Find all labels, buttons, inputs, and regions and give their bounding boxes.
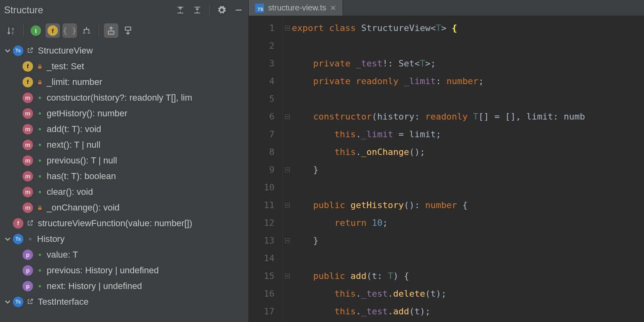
code-area[interactable]: export class StructureView<T> { private … [292,16,644,322]
svg-rect-3 [125,27,131,30]
tree-item-label: clear(): void [47,187,93,197]
tree-item[interactable]: TsTestInterface [0,294,248,310]
tree-item[interactable]: f_limit: number [0,74,248,90]
svg-rect-2 [108,31,114,34]
code-editor[interactable]: 1234567891011121314151617 export class S… [249,16,644,322]
tree-item[interactable]: f_test: Set [0,58,248,74]
fold-marker[interactable] [283,37,292,55]
svg-text:z: z [12,31,14,35]
line-number: 17 [249,303,275,320]
fold-marker[interactable] [283,303,292,320]
link-out-icon [27,219,35,227]
fold-marker[interactable] [283,72,292,90]
m-kind-icon: m [23,187,33,197]
tree-item[interactable]: mclear(): void [0,184,248,200]
fold-marker[interactable] [283,108,292,126]
svg-rect-4 [38,66,41,68]
code-line: this._test.delete(t); [292,285,644,303]
chevron-down-icon[interactable] [3,235,12,244]
code-line [292,90,644,108]
fold-marker[interactable] [283,250,292,267]
autoscroll-source-button[interactable] [104,23,118,38]
svg-point-6 [39,97,41,99]
chevron-down-icon[interactable] [3,46,12,55]
f-kind-icon: f [23,61,33,72]
svg-rect-5 [38,82,41,84]
lock-icon [36,78,43,86]
tree-item[interactable]: mgetHistory(): number [0,105,248,121]
fold-marker[interactable] [283,232,292,250]
show-lambdas-button[interactable]: { } [62,23,77,38]
public-icon [36,267,43,274]
public-icon [36,141,43,149]
line-number: 8 [249,143,275,161]
tree-item[interactable]: pvalue: T [0,247,248,262]
fold-marker[interactable] [283,55,292,72]
line-number: 11 [249,196,275,214]
package-icon [27,235,34,243]
fold-marker[interactable] [283,179,292,196]
separator [23,24,24,37]
lock-icon [36,204,43,211]
fold-marker[interactable] [283,126,292,143]
expand-all-icon[interactable] [175,4,186,16]
svg-point-8 [39,128,41,130]
show-inherited-button[interactable] [79,23,94,38]
tree-item[interactable]: mnext(): T | null [0,137,248,153]
tree-item[interactable]: pprevious: History | undefined [0,262,248,278]
show-interfaces-button[interactable]: I [29,23,43,38]
p-kind-icon: p [23,281,33,291]
fold-marker[interactable] [283,267,292,285]
svg-point-7 [39,112,41,115]
tree-item[interactable]: m_onChange(): void [0,200,248,215]
tree-item-label: getHistory(): number [47,108,128,119]
structure-toolbar: az I f { } [0,20,248,41]
fold-marker[interactable] [283,143,292,161]
line-number: 9 [249,161,275,179]
fold-marker[interactable] [283,161,292,179]
panel-header: Structure [0,0,248,20]
line-number: 16 [249,285,275,303]
tree-item[interactable]: mhas(t: T): boolean [0,168,248,184]
tree-item[interactable]: pnext: History | undefined [0,278,248,294]
tree-item[interactable]: TsStructureView [0,43,248,58]
close-icon[interactable]: ✕ [330,4,336,12]
svg-point-14 [29,238,31,240]
minimize-icon[interactable] [233,4,244,16]
gear-icon[interactable] [216,4,227,16]
editor-tab[interactable]: TS structure-view.ts ✕ [249,0,343,16]
public-icon [36,173,43,180]
line-number: 14 [249,250,275,267]
collapse-all-icon[interactable] [192,4,203,16]
tree-item[interactable]: mconstructor(history?: readonly T[], lim [0,90,248,105]
chevron-down-icon[interactable] [3,297,12,306]
fold-marker[interactable] [283,214,292,232]
tree-item[interactable]: TsHistory [0,231,248,247]
fold-marker[interactable] [283,90,292,108]
fold-marker[interactable] [283,285,292,303]
show-fields-button[interactable]: f [45,23,60,38]
ts-kind-icon: Ts [13,234,23,244]
autoscroll-from-source-button[interactable] [121,23,135,38]
code-line: private readonly _limit: number; [292,72,644,90]
sort-alpha-button[interactable]: az [4,23,19,38]
m-kind-icon: m [23,202,33,213]
p-kind-icon: p [23,265,33,276]
svg-rect-13 [38,207,41,210]
structure-tree[interactable]: TsStructureViewf_test: Setf_limit: numbe… [0,41,248,322]
separator [99,24,99,37]
tree-item[interactable]: fstructureViewFunction(value: number[]) [0,215,248,231]
public-icon [36,283,43,290]
tree-item-label: previous: History | undefined [47,265,159,276]
tree-item-label: _onChange(): void [47,202,120,213]
fold-marker[interactable] [283,19,292,37]
code-line [292,37,644,55]
tree-item[interactable]: madd(t: T): void [0,121,248,137]
fold-marker[interactable] [283,196,292,214]
public-icon [36,157,43,164]
svg-point-11 [39,175,41,178]
tree-item[interactable]: mprevious(): T | null [0,153,248,168]
line-number: 13 [249,232,275,250]
code-line [292,250,644,267]
line-number: 15 [249,267,275,285]
